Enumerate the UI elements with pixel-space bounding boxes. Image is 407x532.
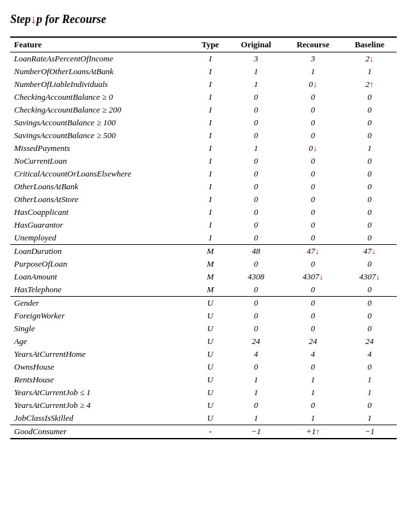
cell-type: - <box>192 425 228 439</box>
cell-original: 0 <box>228 361 283 373</box>
table-row: LoanDuration M 48 47↓ 47↓ <box>10 245 397 258</box>
cell-recourse: 3 <box>283 52 342 66</box>
col-feature: Feature <box>10 37 192 52</box>
cell-recourse: 24 <box>283 335 342 348</box>
cell-type: U <box>192 386 228 399</box>
cell-original: 1 <box>228 412 283 425</box>
table-row: Single U 0 0 0 <box>10 322 397 335</box>
cell-type: M <box>192 270 228 283</box>
cell-type: I <box>192 116 228 129</box>
cell-recourse: 1 <box>283 65 342 78</box>
cell-baseline: 0 <box>342 297 397 310</box>
cell-recourse: 0 <box>283 91 342 104</box>
cell-type: U <box>192 412 228 425</box>
cell-original: 0 <box>228 231 283 245</box>
cell-baseline: 1 <box>342 142 397 155</box>
cell-recourse: 0 <box>283 297 342 310</box>
cell-baseline: −1 <box>342 425 397 439</box>
table-row: NoCurrentLoan I 0 0 0 <box>10 155 397 168</box>
cell-type: U <box>192 322 228 335</box>
cell-recourse: +1↑ <box>283 425 342 439</box>
cell-feature: NumberOfOtherLoansAtBank <box>10 65 192 78</box>
cell-baseline: 2↑ <box>342 78 397 91</box>
cell-original: 1 <box>228 373 283 386</box>
cell-feature: NumberOfLiableIndividuals <box>10 78 192 91</box>
cell-type: U <box>192 399 228 412</box>
col-type: Type <box>192 37 228 52</box>
cell-baseline: 0 <box>342 168 397 180</box>
cell-feature: MissedPayments <box>10 142 192 155</box>
cell-original: 0 <box>228 193 283 206</box>
cell-baseline: 0 <box>342 104 397 116</box>
cell-baseline: 0 <box>342 399 397 412</box>
cell-recourse: 0 <box>283 168 342 180</box>
cell-baseline: 1 <box>342 386 397 399</box>
cell-original: 48 <box>228 245 283 258</box>
cell-original: 4 <box>228 348 283 361</box>
table-row: LoanAmount M 4308 4307↓ 4307↓ <box>10 270 397 283</box>
table-row: RentsHouse U 1 1 1 <box>10 373 397 386</box>
cell-feature: JobClassIsSkilled <box>10 412 192 425</box>
cell-baseline: 0 <box>342 116 397 129</box>
cell-feature: CheckingAccountBalance ≥ 200 <box>10 104 192 116</box>
cell-feature: NoCurrentLoan <box>10 155 192 168</box>
cell-recourse: 0 <box>283 322 342 335</box>
cell-original: 0 <box>228 168 283 180</box>
cell-recourse: 0 <box>283 155 342 168</box>
cell-feature: Age <box>10 335 192 348</box>
col-recourse: Recourse <box>283 37 342 52</box>
cell-recourse: 4307↓ <box>283 270 342 283</box>
cell-baseline: 4 <box>342 348 397 361</box>
cell-type: I <box>192 180 228 193</box>
cell-feature: Gender <box>10 297 192 310</box>
cell-baseline: 0 <box>342 206 397 219</box>
table-row: NumberOfLiableIndividuals I 1 0↓ 2↑ <box>10 78 397 91</box>
cell-type: I <box>192 129 228 142</box>
cell-baseline: 1 <box>342 412 397 425</box>
cell-feature: CriticalAccountOrLoansElsewhere <box>10 168 192 180</box>
table-row: CheckingAccountBalance ≥ 0 I 0 0 0 <box>10 91 397 104</box>
cell-baseline: 0 <box>342 91 397 104</box>
table-row: Unemployed I 0 0 0 <box>10 231 397 245</box>
cell-original: 0 <box>228 104 283 116</box>
cell-recourse: 0 <box>283 231 342 245</box>
cell-recourse: 0 <box>283 219 342 231</box>
cell-type: I <box>192 193 228 206</box>
cell-recourse: 0↓ <box>283 142 342 155</box>
cell-original: 0 <box>228 283 283 297</box>
cell-type: I <box>192 91 228 104</box>
cell-type: I <box>192 142 228 155</box>
cell-feature: OtherLoansAtBank <box>10 180 192 193</box>
cell-feature: CheckingAccountBalance ≥ 0 <box>10 91 192 104</box>
cell-type: I <box>192 155 228 168</box>
cell-original: 0 <box>228 297 283 310</box>
cell-original: 1 <box>228 65 283 78</box>
cell-type: I <box>192 206 228 219</box>
table-row: SavingsAccountBalance ≥ 100 I 0 0 0 <box>10 116 397 129</box>
cell-feature: Single <box>10 322 192 335</box>
cell-baseline: 0 <box>342 129 397 142</box>
cell-feature: LoanRateAsPercentOfIncome <box>10 52 192 66</box>
cell-feature: ForeignWorker <box>10 309 192 322</box>
cell-recourse: 47↓ <box>283 245 342 258</box>
cell-type: I <box>192 104 228 116</box>
cell-recourse: 0 <box>283 309 342 322</box>
cell-recourse: 0↓ <box>283 78 342 91</box>
cell-feature: LoanAmount <box>10 270 192 283</box>
table-row: HasCoapplicant I 0 0 0 <box>10 206 397 219</box>
cell-type: I <box>192 168 228 180</box>
cell-original: 0 <box>228 91 283 104</box>
cell-original: −1 <box>228 425 283 439</box>
cell-recourse: 0 <box>283 258 342 270</box>
cell-baseline: 0 <box>342 231 397 245</box>
table-row: Gender U 0 0 0 <box>10 297 397 310</box>
cell-feature: HasCoapplicant <box>10 206 192 219</box>
cell-type: I <box>192 78 228 91</box>
cell-original: 0 <box>228 399 283 412</box>
cell-feature: PurposeOfLoan <box>10 258 192 270</box>
cell-baseline: 0 <box>342 219 397 231</box>
table-row: ForeignWorker U 0 0 0 <box>10 309 397 322</box>
cell-baseline: 2↓ <box>342 52 397 66</box>
cell-recourse: 0 <box>283 129 342 142</box>
cell-recourse: 0 <box>283 206 342 219</box>
